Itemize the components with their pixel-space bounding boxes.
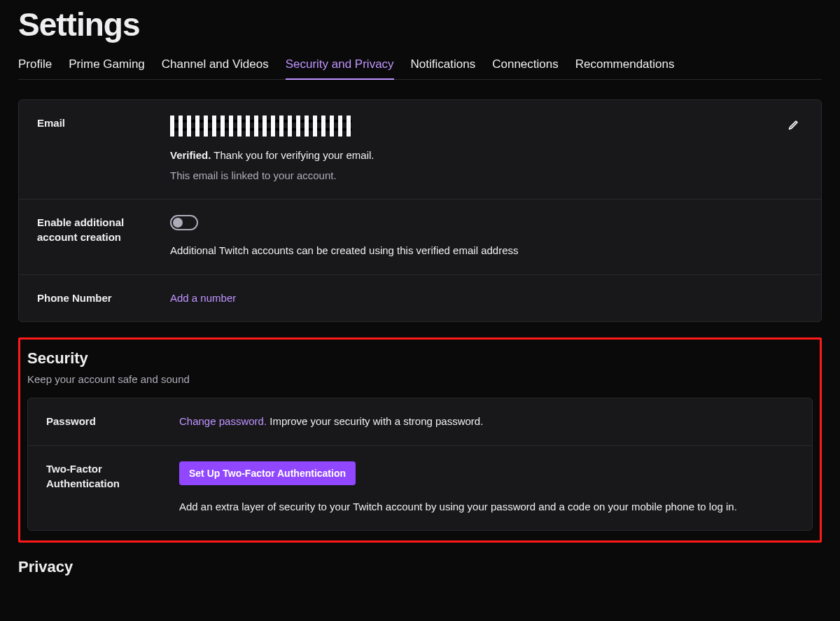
email-verified-text: Thank you for verifying your email.: [211, 149, 374, 161]
email-linked-text: This email is linked to your account.: [170, 168, 775, 184]
password-desc: Improve your security with a strong pass…: [267, 415, 483, 427]
twofa-label: Two-Factor Authentication: [46, 461, 179, 515]
phone-row: Phone Number Add a number: [19, 274, 821, 322]
tab-channel-videos[interactable]: Channel and Videos: [162, 53, 269, 79]
edit-email-button[interactable]: [783, 116, 803, 135]
password-label: Password: [46, 414, 179, 430]
tab-prime-gaming[interactable]: Prime Gaming: [69, 53, 145, 79]
email-value-redacted: [170, 116, 352, 137]
page-title: Settings: [18, 6, 822, 43]
security-highlight-box: Security Keep your account safe and soun…: [18, 337, 822, 543]
settings-tabs: Profile Prime Gaming Channel and Videos …: [18, 53, 822, 80]
contact-card: Email Verified. Thank you for verifying …: [18, 99, 822, 322]
twofa-desc: Add an extra layer of security to your T…: [179, 499, 794, 515]
security-subheading: Keep your account safe and sound: [27, 373, 813, 385]
password-row: Password Change password. Improve your s…: [28, 398, 812, 445]
phone-label: Phone Number: [37, 291, 170, 307]
enable-additional-toggle[interactable]: [170, 215, 198, 230]
email-verified-strong: Verified.: [170, 149, 211, 161]
add-phone-link[interactable]: Add a number: [170, 291, 775, 307]
tab-notifications[interactable]: Notifications: [411, 53, 476, 79]
email-row: Email Verified. Thank you for verifying …: [19, 100, 821, 199]
enable-additional-desc: Additional Twitch accounts can be create…: [170, 243, 775, 259]
tab-recommendations[interactable]: Recommendations: [575, 53, 675, 79]
tab-connections[interactable]: Connections: [492, 53, 559, 79]
privacy-heading: Privacy: [18, 558, 822, 576]
twofa-row: Two-Factor Authentication Set Up Two-Fac…: [28, 445, 812, 531]
security-heading: Security: [27, 349, 813, 368]
pencil-icon: [787, 119, 799, 132]
security-card: Password Change password. Improve your s…: [27, 398, 813, 531]
change-password-link[interactable]: Change password.: [179, 415, 267, 427]
tab-security-privacy[interactable]: Security and Privacy: [286, 53, 394, 80]
enable-additional-label: Enable additional account creation: [37, 215, 170, 259]
email-label: Email: [37, 116, 170, 183]
setup-twofa-button[interactable]: Set Up Two-Factor Authentication: [179, 461, 356, 485]
tab-profile[interactable]: Profile: [18, 53, 52, 79]
enable-additional-row: Enable additional account creation Addit…: [19, 199, 821, 274]
